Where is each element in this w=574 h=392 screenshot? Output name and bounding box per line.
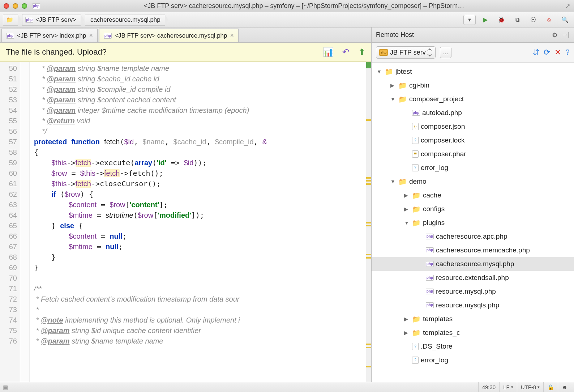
hector-icon[interactable]: ☻ (558, 382, 571, 392)
tree-item[interactable]: ▼📁plugins (372, 216, 574, 230)
run-button[interactable]: ▶ (479, 15, 492, 25)
error-stripe[interactable] (366, 62, 371, 382)
tree-item[interactable]: phpresource.extendsall.php (372, 271, 574, 285)
remote-file-tree[interactable]: ▼📁jbtest▶📁cgi-bin▼📁composer_projectphpau… (372, 63, 574, 382)
php-file-icon: php (104, 33, 112, 39)
revert-icon[interactable]: ↶ (342, 47, 350, 57)
tree-item[interactable]: phpcacheresource.apc.php (372, 230, 574, 243)
file-encoding[interactable]: UTF-8▾ (517, 382, 544, 392)
editor-pane: php <JB FTP serv> index.php × php <JB FT… (0, 27, 372, 382)
tree-item-label: resource.extendsall.php (436, 274, 509, 282)
tree-item[interactable]: ?error_log (372, 161, 574, 175)
php-file-icon: php (426, 275, 434, 281)
upload-icon[interactable]: ⬆ (358, 47, 365, 57)
tree-item-label: plugins (423, 219, 445, 227)
status-bar: ▣ 49:30 LF▾ UTF-8▾ 🔒 ☻ (0, 382, 574, 392)
window-zoom-button[interactable] (22, 3, 27, 9)
tree-item-label: composer.lock (421, 136, 464, 144)
server-selector[interactable]: sftp JB FTP serv (376, 46, 436, 59)
upload-banner: The file is changed. Upload? 📊 ↶ ⬆ (0, 43, 371, 62)
tree-item[interactable]: phpcacheresource.memcache.php (372, 243, 574, 257)
hide-panel-icon[interactable]: →| (561, 31, 570, 39)
tree-item[interactable]: phpcacheresource.mysql.php (372, 257, 574, 271)
tree-item[interactable]: ▶📁templates_c (372, 326, 574, 340)
help-icon[interactable]: ? (565, 48, 570, 57)
tree-item[interactable]: ▶📁cache (372, 188, 574, 202)
php-file-icon: php (426, 302, 434, 308)
tree-item-label: templates_c (423, 329, 460, 337)
expand-arrow-icon[interactable]: ▼ (390, 179, 396, 184)
tree-item-label: cacheresource.apc.php (436, 233, 507, 240)
tree-item[interactable]: ?composer.lock (372, 133, 574, 147)
close-icon[interactable]: × (89, 32, 93, 39)
fullscreen-icon[interactable]: ⤢ (565, 2, 570, 10)
tree-item[interactable]: ▶📁templates (372, 312, 574, 326)
compare-icon[interactable]: 📊 (323, 47, 334, 57)
tree-item[interactable]: phpautoload.php (372, 106, 574, 120)
tree-item[interactable]: ▼📁demo (372, 175, 574, 188)
tree-item[interactable]: ≣composer.phar (372, 147, 574, 161)
window-minimize-button[interactable] (13, 3, 18, 9)
tree-item-label: cgi-bin (409, 81, 429, 89)
tree-item-label: .DS_Store (421, 342, 453, 350)
coverage-button[interactable]: ⧉ (511, 15, 523, 25)
fold-gutter[interactable] (20, 62, 30, 382)
sftp-icon: sftp (379, 49, 388, 56)
browse-button[interactable]: … (440, 47, 451, 58)
breadcrumb-root[interactable]: 📁 (3, 14, 18, 26)
lock-icon[interactable]: 🔒 (543, 382, 558, 392)
tree-item[interactable]: phpresource.mysqls.php (372, 298, 574, 312)
tree-item[interactable]: ▼📁composer_project (372, 92, 574, 106)
expand-arrow-icon[interactable]: ▶ (404, 316, 410, 322)
tree-item-label: configs (423, 205, 445, 213)
window-close-button[interactable] (4, 3, 9, 9)
expand-arrow-icon[interactable]: ▼ (390, 96, 396, 102)
tree-item[interactable]: ?error_log (372, 353, 574, 367)
close-icon[interactable]: × (230, 32, 234, 39)
tree-item[interactable]: {}composer.json (372, 120, 574, 133)
breadcrumb-file[interactable]: cacheresource.mysql.php (85, 14, 165, 26)
tree-item-label: resource.mysql.php (436, 287, 496, 295)
folder-icon: 📁 (412, 315, 421, 323)
folder-icon: 📁 (398, 95, 407, 103)
expand-arrow-icon[interactable]: ▶ (404, 330, 410, 336)
breadcrumb-server-label: <JB FTP serv> (35, 16, 76, 24)
profile-button[interactable]: ⦿ (527, 15, 539, 25)
tab-index-php[interactable]: php <JB FTP serv> index.php × (1, 29, 98, 42)
expand-arrow-icon[interactable]: ▶ (390, 82, 396, 88)
tree-item-label: resource.mysqls.php (436, 301, 499, 309)
cursor-position[interactable]: 49:30 (478, 382, 500, 392)
folder-icon: 📁 (385, 68, 393, 76)
tree-item-label: demo (409, 178, 427, 186)
breadcrumb-server[interactable]: php <JB FTP serv> (22, 14, 81, 26)
remote-host-panel: Remote Host ⚙ →| sftp JB FTP serv … ⇵ ⟳ … (372, 27, 574, 382)
banner-message: The file is changed. Upload? (6, 47, 107, 57)
status-indicator-icon[interactable]: ▣ (3, 384, 8, 391)
code-editor[interactable]: * @param string $name template name * @p… (30, 62, 371, 382)
expand-arrow-icon[interactable]: ▼ (404, 220, 410, 226)
tab-label: <JB FTP serv> index.php (17, 32, 86, 39)
folder-icon: 📁 (398, 81, 407, 90)
expand-arrow-icon[interactable]: ▼ (377, 69, 382, 74)
folder-icon: 📁 (6, 16, 13, 23)
tree-item[interactable]: ?.DS_Store (372, 340, 574, 353)
file-icon: ? (412, 137, 419, 144)
tab-cacheresource-mysql[interactable]: php <JB FTP serv> cacheresource.mysql.ph… (99, 29, 239, 42)
refresh-icon[interactable]: ⟳ (544, 48, 550, 57)
disconnect-icon[interactable]: ✕ (554, 48, 561, 57)
tree-item[interactable]: phpresource.mysql.php (372, 285, 574, 298)
collapse-icon[interactable]: ⇵ (533, 48, 539, 57)
debug-button[interactable]: 🐞 (495, 15, 507, 25)
expand-arrow-icon[interactable]: ▶ (404, 192, 410, 198)
run-config-dropdown[interactable]: ▾ (463, 15, 476, 25)
line-number-gutter[interactable]: 5051525354555657585960616263646566676869… (0, 62, 20, 382)
search-button[interactable]: 🔍 (559, 15, 571, 25)
tab-label: <JB FTP serv> cacheresource.mysql.php (115, 32, 227, 39)
expand-arrow-icon[interactable]: ▶ (404, 206, 410, 212)
tree-item[interactable]: ▶📁cgi-bin (372, 78, 574, 92)
gear-icon[interactable]: ⚙ (552, 31, 558, 39)
line-separator[interactable]: LF▾ (499, 382, 517, 392)
tree-item[interactable]: ▶📁configs (372, 202, 574, 216)
stop-button[interactable]: ⦸ (543, 15, 555, 25)
tree-item[interactable]: ▼📁jbtest (372, 65, 574, 78)
